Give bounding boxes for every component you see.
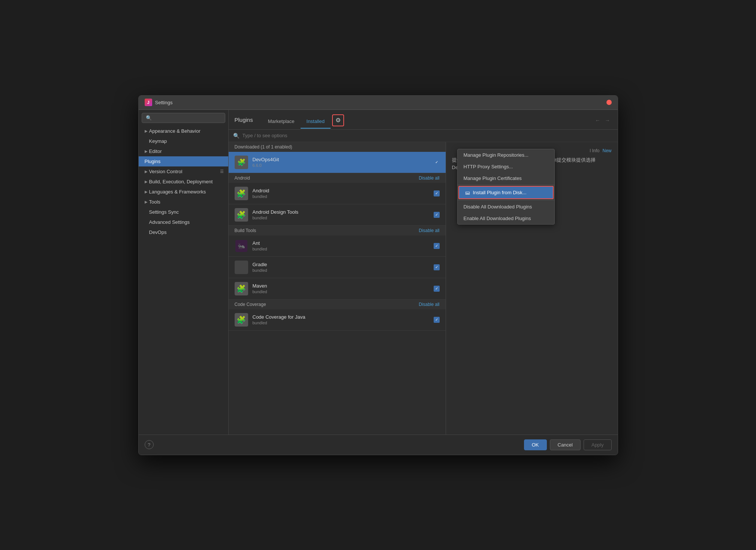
dropdown-label: Manage Plugin Certificates <box>464 175 522 181</box>
help-button[interactable]: ? <box>145 440 154 449</box>
dropdown-label: Enable All Downloaded Plugins <box>464 216 531 221</box>
plugin-row-code-coverage[interactable]: 🧩 Code Coverage for Java bundled ✓ <box>229 309 446 331</box>
sidebar-item-label: Plugins <box>145 159 161 164</box>
sidebar-item-label: DevOps <box>149 229 167 235</box>
plugin-row-android[interactable]: 🧩 Android bundled ✓ <box>229 183 446 204</box>
plugin-info: Code Coverage for Java bundled <box>253 314 429 325</box>
plugin-search-input[interactable] <box>243 133 613 138</box>
plugin-checkbox[interactable]: ✓ <box>434 286 440 292</box>
disable-all-android[interactable]: Disable all <box>419 175 439 181</box>
section-title: Build Tools <box>235 228 256 233</box>
plugin-checkbox[interactable]: ✓ <box>434 212 440 218</box>
sidebar-item-languages[interactable]: ▶ Languages & Frameworks <box>139 187 228 197</box>
disable-all-coverage[interactable]: Disable all <box>419 302 439 307</box>
app-icon: J <box>145 99 152 106</box>
sidebar-item-devops[interactable]: DevOps <box>139 227 228 237</box>
chevron-icon: ▶ <box>145 190 148 194</box>
dropdown-label: Install Plugin from Disk... <box>473 190 527 195</box>
sidebar-item-version-control[interactable]: ▶ Version Control ☰ <box>139 166 228 177</box>
plugin-checkbox[interactable]: ✓ <box>434 317 440 323</box>
sidebar: 🔍 ▶ Appearance & Behavior Keymap ▶ Edito… <box>139 110 229 435</box>
section-code-coverage: Code Coverage Disable all <box>229 300 446 309</box>
chevron-icon: ▶ <box>145 129 148 133</box>
search-icon: 🔍 <box>146 115 152 121</box>
dropdown-label: HTTP Proxy Settings... <box>464 164 513 169</box>
gear-button[interactable]: ⚙ <box>332 114 344 126</box>
section-build-tools: Build Tools Disable all <box>229 226 446 235</box>
plugin-info: Android bundled <box>253 188 429 199</box>
plugin-info: Maven bundled <box>253 283 429 294</box>
plugin-icon-gradle: 🐘 <box>235 261 248 274</box>
plugin-search-bar: 🔍 <box>229 130 618 142</box>
plugin-checkbox[interactable]: ✓ <box>434 190 440 196</box>
section-android: Android Disable all <box>229 173 446 183</box>
sidebar-item-advanced[interactable]: Advanced Settings <box>139 217 228 227</box>
help-icon: ? <box>148 442 150 448</box>
plugin-detail-info: l Info <box>590 148 599 153</box>
chevron-icon: ▶ <box>145 169 148 174</box>
sidebar-item-label: Advanced Settings <box>149 219 190 225</box>
dropdown-label: Disable All Downloaded Plugins <box>464 204 532 210</box>
plugin-row-devops4git[interactable]: 🧩 DevOps4Git 6.6.0 ✓ <box>229 152 446 173</box>
ok-button[interactable]: OK <box>524 439 547 450</box>
plugin-icon-android: 🧩 <box>235 187 248 200</box>
back-arrow[interactable]: ← <box>594 116 602 125</box>
plugin-checkbox[interactable]: ✓ <box>434 264 440 270</box>
sidebar-item-label: Version Control <box>149 169 183 174</box>
plugin-list: Downloaded (1 of 1 enabled) 🧩 DevOps4Git… <box>229 142 446 435</box>
dropdown-manage-repos[interactable]: Manage Plugin Repositories... <box>458 149 554 161</box>
plugin-checkbox[interactable]: ✓ <box>434 159 440 165</box>
sidebar-item-editor[interactable]: ▶ Editor <box>139 146 228 156</box>
dropdown-separator <box>458 200 554 200</box>
sidebar-item-label: Editor <box>149 148 162 154</box>
footer: ? OK Cancel Apply <box>139 435 618 455</box>
tab-installed[interactable]: Installed <box>301 115 331 129</box>
sidebar-item-label: Appearance & Behavior <box>149 128 201 134</box>
dropdown-manage-certs[interactable]: Manage Plugin Certificates <box>458 172 554 184</box>
close-button[interactable] <box>606 100 612 105</box>
sidebar-item-label: Tools <box>149 199 160 205</box>
svg-text:🐜: 🐜 <box>238 243 245 250</box>
chevron-icon: ▶ <box>145 180 148 184</box>
plugin-row-maven[interactable]: 🧩 Maven bundled ✓ <box>229 278 446 300</box>
sidebar-item-label: Keymap <box>149 138 167 144</box>
search-icon: 🔍 <box>233 133 240 139</box>
plugin-name: DevOps4Git <box>253 157 429 162</box>
apply-button[interactable]: Apply <box>584 439 612 450</box>
plugin-new-label: New <box>602 148 611 153</box>
dropdown-disable-all[interactable]: Disable All Downloaded Plugins <box>458 201 554 213</box>
plugin-info: Gradle bundled <box>253 262 429 273</box>
version-control-badge: ☰ <box>220 169 224 174</box>
sidebar-item-settings-sync[interactable]: Settings Sync <box>139 207 228 217</box>
sidebar-search[interactable]: 🔍 <box>142 113 225 123</box>
main-panel: Plugins Marketplace Installed ⚙ ← → 🔍 <box>229 110 618 435</box>
dropdown-install-disk[interactable]: 🖴 Install Plugin from Disk... <box>458 186 554 199</box>
plugin-row-ant[interactable]: 🐜 Ant bundled ✓ <box>229 235 446 257</box>
tab-marketplace[interactable]: Marketplace <box>262 115 301 129</box>
plugin-row-android-design[interactable]: 🧩 Android Design Tools bundled ✓ <box>229 204 446 226</box>
plugin-checkbox[interactable]: ✓ <box>434 243 440 249</box>
section-title: Android <box>235 175 250 181</box>
forward-arrow[interactable]: → <box>603 116 612 125</box>
titlebar: J Settings <box>139 96 618 110</box>
sidebar-item-tools[interactable]: ▶ Tools <box>139 197 228 207</box>
disable-all-build[interactable]: Disable all <box>419 228 439 233</box>
plugin-row-gradle[interactable]: 🐘 Gradle bundled ✓ <box>229 257 446 278</box>
sidebar-item-plugins[interactable]: Plugins <box>139 156 228 166</box>
main-content: 🔍 ▶ Appearance & Behavior Keymap ▶ Edito… <box>139 110 618 435</box>
chevron-icon: ▶ <box>145 200 148 204</box>
dropdown-enable-all[interactable]: Enable All Downloaded Plugins <box>458 213 554 224</box>
cancel-button[interactable]: Cancel <box>550 439 581 450</box>
plugins-body: Downloaded (1 of 1 enabled) 🧩 DevOps4Git… <box>229 142 618 435</box>
plugin-version: 6.6.0 <box>253 163 429 168</box>
section-title: Downloaded (1 of 1 enabled) <box>235 144 292 150</box>
dropdown-http-proxy[interactable]: HTTP Proxy Settings... <box>458 161 554 172</box>
sidebar-search-input[interactable] <box>154 115 221 121</box>
footer-buttons: OK Cancel Apply <box>524 439 612 450</box>
sidebar-item-appearance[interactable]: ▶ Appearance & Behavior <box>139 126 228 136</box>
section-downloaded: Downloaded (1 of 1 enabled) <box>229 142 446 152</box>
sidebar-item-keymap[interactable]: Keymap <box>139 136 228 146</box>
sidebar-item-build[interactable]: ▶ Build, Execution, Deployment <box>139 177 228 187</box>
chevron-icon: ▶ <box>145 149 148 153</box>
nav-arrows: ← → <box>594 116 612 128</box>
